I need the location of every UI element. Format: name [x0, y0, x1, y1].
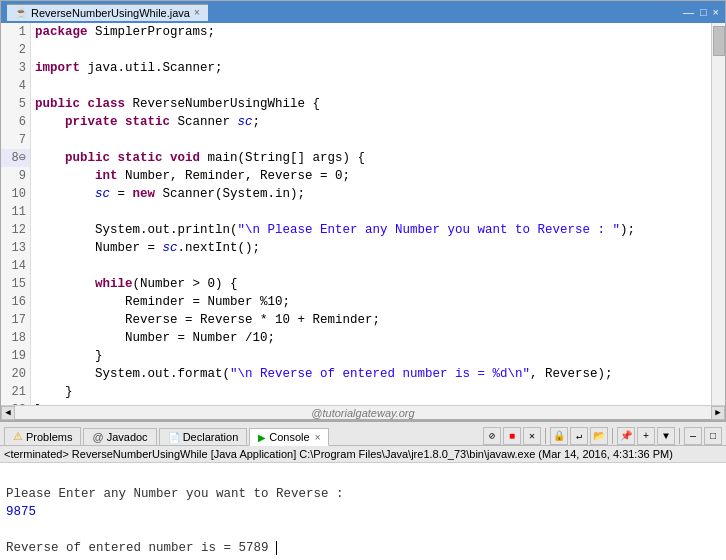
line-num-12: 12 [1, 221, 30, 239]
line-num-21: 21 [1, 383, 30, 401]
minimize-button[interactable]: — [683, 6, 694, 18]
scroll-lock-btn[interactable]: 🔒 [550, 427, 568, 445]
code-line-8: public static void main(String[] args) { [35, 149, 707, 167]
console-icon: ▶ [258, 432, 266, 443]
watermark: @tutorialgateway.org [15, 407, 711, 419]
title-bar-left: ☕ ReverseNumberUsingWhile.java × [7, 4, 208, 21]
code-line-16: Reminder = Number %10; [35, 293, 707, 311]
window-controls: — □ × [683, 6, 719, 18]
code-line-14 [35, 257, 707, 275]
code-line-15: while(Number > 0) { [35, 275, 707, 293]
pin-console-btn[interactable]: 📌 [617, 427, 635, 445]
console-label: Console [269, 431, 309, 443]
line-num-9: 9 [1, 167, 30, 185]
line-num-16: 16 [1, 293, 30, 311]
line-num-17: 17 [1, 311, 30, 329]
code-line-20: System.out.format("\n Reverse of entered… [35, 365, 707, 383]
code-line-7 [35, 131, 707, 149]
line-num-19: 19 [1, 347, 30, 365]
word-wrap-btn[interactable]: ↵ [570, 427, 588, 445]
maximize-button[interactable]: □ [700, 6, 707, 18]
code-line-21: } [35, 383, 707, 401]
code-line-3: import java.util.Scanner; [35, 59, 707, 77]
code-content[interactable]: package SimplerPrograms; import java.uti… [31, 23, 711, 405]
remove-launch-btn[interactable]: ✕ [523, 427, 541, 445]
output-line-4 [6, 521, 720, 539]
javadoc-icon: @ [92, 431, 103, 443]
separator-2 [612, 428, 613, 444]
line-num-10: 10 [1, 185, 30, 203]
declaration-icon: 📄 [168, 432, 180, 443]
terminate-btn[interactable]: ■ [503, 427, 521, 445]
declaration-label: Declaration [183, 431, 239, 443]
console-tabs: ⚠ Problems @ Javadoc 📄 Declaration ▶ Con… [0, 422, 726, 446]
output-line-3: 9875 [6, 503, 720, 521]
scroll-right-btn[interactable]: ▶ [711, 406, 725, 420]
code-line-5: public class ReverseNumberUsingWhile { [35, 95, 707, 113]
separator-3 [679, 428, 680, 444]
tab-problems[interactable]: ⚠ Problems [4, 427, 81, 445]
code-line-19: } [35, 347, 707, 365]
line-num-18: 18 [1, 329, 30, 347]
code-line-13: Number = sc.nextInt(); [35, 239, 707, 257]
code-area: 1 2 3 4 5 6 7 8⊖ 9 10 11 12 13 14 15 16 … [1, 23, 725, 405]
horizontal-scrollbar[interactable]: ◀ @tutorialgateway.org ▶ [1, 405, 725, 419]
view-menu-btn[interactable]: ▼ [657, 427, 675, 445]
console-close-icon[interactable]: × [315, 432, 321, 443]
file-icon: ☕ [15, 7, 27, 18]
scroll-left-btn[interactable]: ◀ [1, 406, 15, 420]
code-line-10: sc = new Scanner(System.in); [35, 185, 707, 203]
line-num-20: 20 [1, 365, 30, 383]
line-num-2: 2 [1, 41, 30, 59]
close-tab-icon[interactable]: × [194, 7, 200, 18]
editor-window: ☕ ReverseNumberUsingWhile.java × — □ × 1… [0, 0, 726, 420]
problems-icon: ⚠ [13, 430, 23, 443]
tab-declaration[interactable]: 📄 Declaration [159, 428, 248, 445]
code-line-17: Reverse = Reverse * 10 + Reminder; [35, 311, 707, 329]
console-status: <terminated> ReverseNumberUsingWhile [Ja… [0, 446, 726, 463]
line-num-1: 1 [1, 23, 30, 41]
code-line-12: System.out.println("\n Please Enter any … [35, 221, 707, 239]
tab-filename: ReverseNumberUsingWhile.java [31, 7, 190, 19]
javadoc-label: Javadoc [107, 431, 148, 443]
line-num-3: 3 [1, 59, 30, 77]
vertical-scrollbar[interactable] [711, 23, 725, 405]
editor-tab[interactable]: ☕ ReverseNumberUsingWhile.java × [7, 4, 208, 21]
line-num-22: 22 [1, 401, 30, 405]
open-file-btn[interactable]: 📂 [590, 427, 608, 445]
code-line-11 [35, 203, 707, 221]
console-panel: ⚠ Problems @ Javadoc 📄 Declaration ▶ Con… [0, 420, 726, 560]
line-num-14: 14 [1, 257, 30, 275]
code-line-2 [35, 41, 707, 59]
code-line-6: private static Scanner sc; [35, 113, 707, 131]
code-line-18: Number = Number /10; [35, 329, 707, 347]
line-num-7: 7 [1, 131, 30, 149]
line-num-13: 13 [1, 239, 30, 257]
output-line-1 [6, 467, 720, 485]
code-line-9: int Number, Reminder, Reverse = 0; [35, 167, 707, 185]
clear-console-btn[interactable]: ⊘ [483, 427, 501, 445]
output-line-5: Reverse of entered number is = 5789 [6, 539, 720, 557]
line-num-5: 5 [1, 95, 30, 113]
line-num-4: 4 [1, 77, 30, 95]
separator-1 [545, 428, 546, 444]
tab-javadoc[interactable]: @ Javadoc [83, 428, 156, 445]
line-numbers: 1 2 3 4 5 6 7 8⊖ 9 10 11 12 13 14 15 16 … [1, 23, 31, 405]
scrollbar-thumb[interactable] [713, 26, 725, 56]
line-num-6: 6 [1, 113, 30, 131]
line-num-8: 8⊖ [1, 149, 30, 167]
code-line-4 [35, 77, 707, 95]
tab-console[interactable]: ▶ Console × [249, 428, 329, 446]
minimize-panel-btn[interactable]: — [684, 427, 702, 445]
console-output: Please Enter any Number you want to Reve… [0, 463, 726, 560]
line-num-11: 11 [1, 203, 30, 221]
console-tab-toolbar: ⊘ ■ ✕ 🔒 ↵ 📂 📌 + ▼ — □ [483, 427, 726, 445]
maximize-panel-btn[interactable]: □ [704, 427, 722, 445]
code-line-22: } [35, 401, 707, 405]
output-line-2: Please Enter any Number you want to Reve… [6, 485, 720, 503]
title-bar: ☕ ReverseNumberUsingWhile.java × — □ × [1, 1, 725, 23]
problems-label: Problems [26, 431, 72, 443]
code-line-1: package SimplerPrograms; [35, 23, 707, 41]
close-button[interactable]: × [713, 6, 719, 18]
new-console-btn[interactable]: + [637, 427, 655, 445]
